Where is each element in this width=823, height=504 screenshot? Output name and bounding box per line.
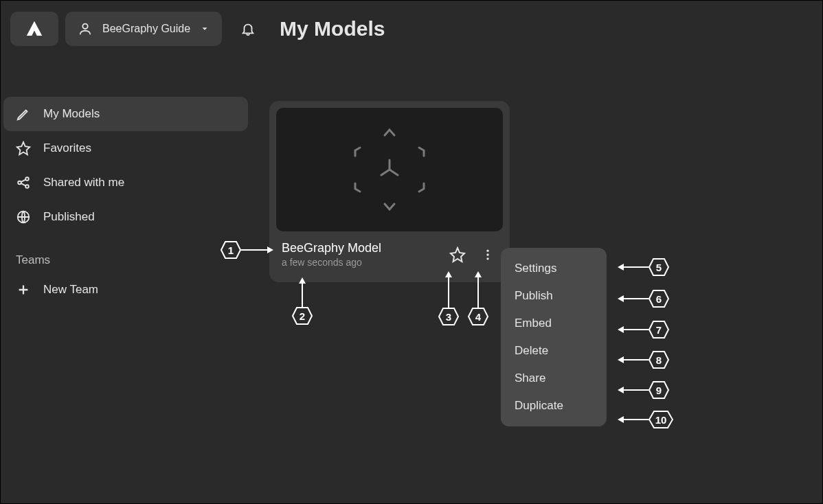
model-preview [276, 108, 503, 231]
svg-marker-14 [649, 321, 668, 338]
svg-point-7 [486, 257, 488, 260]
svg-marker-9 [293, 308, 312, 324]
svg-marker-11 [469, 308, 488, 325]
context-menu: Settings Publish Embed Delete Share Dupl… [501, 248, 607, 426]
svg-point-5 [486, 249, 488, 251]
svg-marker-12 [649, 259, 668, 275]
bell-icon [240, 21, 256, 36]
sidebar-item-shared[interactable]: Shared with me [3, 165, 248, 200]
annotation-7: 7 [618, 321, 669, 339]
model-card[interactable]: BeeGraphy Model a few seconds ago [269, 101, 510, 282]
sidebar-item-label: My Models [43, 107, 100, 121]
menu-item-publish[interactable]: Publish [501, 282, 607, 310]
teams-heading: Teams [3, 234, 248, 273]
logo[interactable] [10, 12, 58, 46]
sidebar-item-label: Published [43, 210, 95, 224]
annotation-10: 10 [618, 411, 673, 428]
globe-icon [16, 209, 31, 225]
model-timestamp: a few seconds ago [282, 257, 448, 268]
notifications-button[interactable] [236, 16, 260, 41]
svg-marker-13 [649, 290, 668, 307]
annotation-2: 2 [292, 277, 313, 325]
sidebar-item-my-models[interactable]: My Models [3, 97, 248, 131]
menu-item-settings[interactable]: Settings [501, 255, 607, 282]
page-title: My Models [280, 17, 385, 41]
svg-marker-17 [649, 411, 673, 428]
sidebar: My Models Favorites Shared with me Publi… [3, 97, 248, 307]
share-icon [16, 175, 31, 190]
svg-point-6 [486, 253, 488, 255]
pencil-icon [16, 106, 31, 122]
sidebar-item-published[interactable]: Published [3, 200, 248, 234]
more-options-button[interactable] [478, 245, 497, 264]
account-name: BeeGraphy Guide [102, 23, 190, 35]
favorite-button[interactable] [448, 245, 467, 264]
model-title: BeeGraphy Model [282, 241, 448, 255]
sidebar-item-label: Favorites [43, 141, 91, 155]
menu-item-embed[interactable]: Embed [501, 310, 607, 337]
svg-marker-16 [649, 382, 668, 398]
menu-item-delete[interactable]: Delete [501, 337, 607, 365]
svg-marker-10 [439, 308, 458, 325]
star-icon [449, 247, 466, 263]
menu-item-share[interactable]: Share [501, 365, 607, 392]
svg-marker-15 [649, 352, 668, 368]
annotation-5: 5 [618, 258, 669, 276]
annotation-6: 6 [618, 290, 669, 308]
account-switcher[interactable]: BeeGraphy Guide [65, 12, 222, 46]
cube-placeholder-icon [341, 122, 438, 218]
new-team-button[interactable]: New Team [3, 273, 248, 307]
user-icon [78, 21, 93, 36]
sidebar-item-label: Shared with me [43, 176, 124, 190]
plus-icon [16, 282, 31, 297]
new-team-label: New Team [43, 283, 98, 297]
kebab-icon [481, 248, 495, 262]
annotation-8: 8 [618, 351, 669, 369]
chevron-down-icon [200, 24, 210, 34]
annotation-9: 9 [618, 381, 669, 399]
menu-item-duplicate[interactable]: Duplicate [501, 392, 607, 420]
star-icon [16, 141, 31, 156]
sidebar-item-favorites[interactable]: Favorites [3, 131, 248, 165]
logo-icon [24, 19, 45, 39]
svg-point-0 [82, 24, 87, 29]
